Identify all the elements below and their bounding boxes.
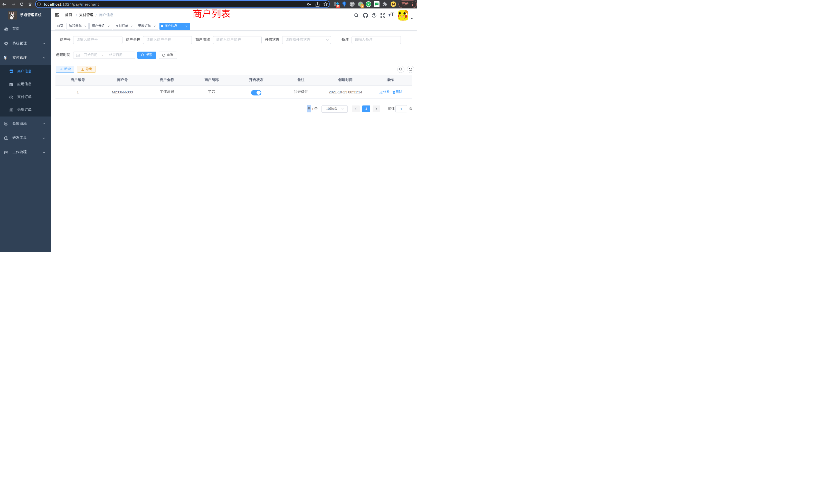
- svg-text:Y: Y: [368, 3, 370, 6]
